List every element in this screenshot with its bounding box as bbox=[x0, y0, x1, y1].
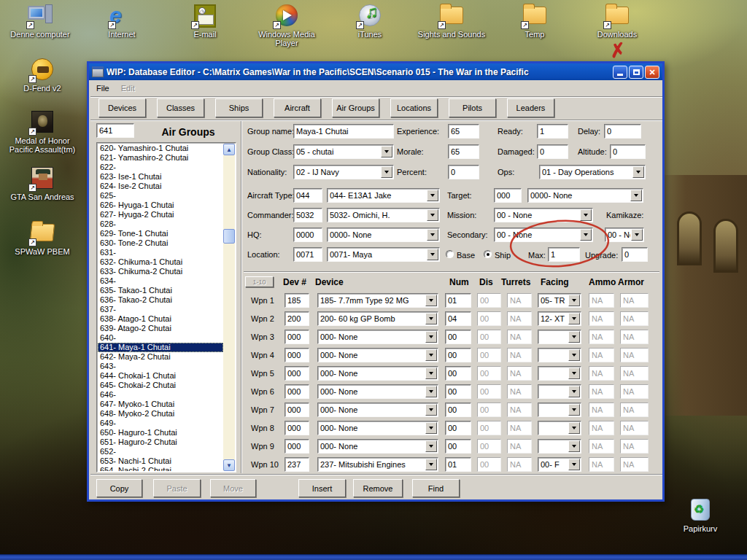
wpn-device-select[interactable]: 000- None bbox=[317, 402, 438, 417]
dropdown-arrow-icon[interactable] bbox=[568, 331, 580, 343]
wpn-num-input[interactable]: 01 bbox=[445, 293, 471, 308]
tab-leaders[interactable]: Leaders bbox=[507, 98, 554, 117]
list-item[interactable]: 629- Tone-1 Chutai bbox=[98, 229, 223, 238]
desktop-icon-temp[interactable]: ↗ Temp bbox=[497, 4, 573, 39]
secondary-select[interactable]: 00 - None bbox=[494, 228, 593, 242]
list-item[interactable]: 640- bbox=[98, 333, 223, 343]
wpn-facing-select[interactable] bbox=[538, 384, 581, 399]
desktop-icon-d-fend-v2[interactable]: ↗ D-Fend v2 bbox=[2, 58, 82, 93]
wpn-num-input[interactable]: 00 bbox=[445, 348, 471, 362]
list-item[interactable]: 637- bbox=[98, 305, 223, 314]
list-item[interactable]: 630- Tone-2 Chutai bbox=[98, 238, 223, 248]
list-item[interactable]: 635- Takao-1 Chutai bbox=[98, 286, 223, 295]
group-name-input[interactable]: Maya-1 Chutai bbox=[293, 124, 394, 139]
scroll-up-icon[interactable]: ▲ bbox=[223, 144, 235, 155]
desktop-icon-moh-pacific-assault[interactable]: ↗ Medal of Honor Pacific Assault(tm) bbox=[2, 111, 82, 154]
list-item[interactable]: 643- bbox=[98, 362, 223, 371]
percent-input[interactable]: 0 bbox=[448, 165, 479, 179]
commander-select[interactable]: 5032- Omichi, H. bbox=[327, 208, 440, 222]
list-item[interactable]: 632- Chikuma-1 Chutai bbox=[98, 257, 223, 267]
ready-input[interactable]: 1 bbox=[537, 124, 568, 139]
list-item[interactable]: 636- Takao-2 Chutai bbox=[98, 295, 223, 305]
wpn-device-select[interactable]: 000- None bbox=[317, 366, 438, 381]
wpn-num-input[interactable]: 00 bbox=[445, 402, 471, 417]
copy-button[interactable]: Copy bbox=[96, 479, 142, 497]
desktop-icon-downloads[interactable]: ↗ Downloads bbox=[579, 4, 655, 39]
max-input[interactable]: 1 bbox=[548, 247, 580, 262]
dropdown-arrow-icon[interactable] bbox=[427, 190, 438, 201]
dropdown-arrow-icon[interactable] bbox=[425, 295, 437, 306]
wpn-num-input[interactable]: 00 bbox=[445, 330, 471, 344]
desktop-icon-itunes[interactable]: ♫↗ iTunes bbox=[332, 4, 408, 39]
dropdown-arrow-icon[interactable] bbox=[568, 459, 580, 470]
list-item[interactable]: 644- Chokai-1 Chutai bbox=[98, 371, 223, 381]
wpn-facing-select[interactable] bbox=[538, 348, 581, 362]
list-item[interactable]: 633- Chikuma-2 Chutai bbox=[98, 267, 223, 276]
list-item[interactable]: 624- Ise-2 Chutai bbox=[98, 182, 223, 191]
aircraft-type-code-input[interactable]: 044 bbox=[293, 188, 322, 203]
taskbar[interactable] bbox=[0, 554, 747, 560]
wpn-facing-select[interactable] bbox=[538, 421, 581, 435]
wpn-num-input[interactable]: 00 bbox=[445, 439, 471, 454]
list-item[interactable]: 647- Myoko-1 Chutai bbox=[98, 400, 223, 409]
find-button[interactable]: Find bbox=[412, 479, 460, 497]
dropdown-arrow-icon[interactable] bbox=[425, 349, 437, 361]
dropdown-arrow-icon[interactable] bbox=[425, 331, 437, 343]
wpn-facing-select[interactable]: 12- XT bbox=[538, 311, 581, 326]
wpn-facing-select[interactable] bbox=[538, 366, 581, 381]
altitude-input[interactable]: 0 bbox=[610, 144, 646, 159]
list-item[interactable]: 653- Nachi-1 Chutai bbox=[98, 456, 223, 466]
desktop-icon-internet[interactable]: e↗ Internet bbox=[84, 4, 160, 39]
scroll-down-icon[interactable]: ▼ bbox=[223, 459, 235, 471]
list-item[interactable]: 634- bbox=[98, 276, 223, 286]
list-item[interactable]: 622- bbox=[98, 163, 223, 172]
dropdown-arrow-icon[interactable] bbox=[631, 229, 643, 241]
base-radio[interactable] bbox=[446, 250, 454, 258]
wpn-dev-input[interactable]: 200 bbox=[285, 311, 309, 326]
wpn-num-input[interactable]: 01 bbox=[445, 457, 471, 472]
wpn-num-input[interactable]: 00 bbox=[445, 421, 471, 435]
wpn-device-select[interactable]: 237- Mitsubishi Engines bbox=[317, 457, 438, 472]
wpn-dev-input[interactable]: 000 bbox=[285, 439, 309, 454]
desktop-icon-spwaw-pbem[interactable]: ↗ SPWaW PBEM bbox=[2, 222, 82, 256]
location-code-input[interactable]: 0071 bbox=[293, 247, 322, 262]
list-item[interactable]: 638- Atago-1 Chutai bbox=[98, 314, 223, 324]
experience-input[interactable]: 65 bbox=[448, 124, 479, 139]
dropdown-arrow-icon[interactable] bbox=[425, 368, 437, 379]
wpn-device-select[interactable]: 000- None bbox=[317, 348, 438, 362]
list-item[interactable]: 642- Maya-2 Chutai bbox=[98, 352, 223, 362]
wpn-device-select[interactable]: 000- None bbox=[317, 330, 438, 344]
record-number-input[interactable]: 641 bbox=[96, 123, 134, 138]
list-item[interactable]: 649- bbox=[98, 419, 223, 428]
list-item[interactable]: 646- bbox=[98, 390, 223, 400]
list-item[interactable]: 626- Hyuga-1 Chutai bbox=[98, 201, 223, 210]
scrollbar-thumb[interactable] bbox=[223, 229, 235, 244]
tab-aircraft[interactable]: Aircraft bbox=[274, 98, 321, 117]
wpn-num-input[interactable]: 04 bbox=[445, 311, 471, 326]
dropdown-arrow-icon[interactable] bbox=[425, 459, 437, 470]
ops-select[interactable]: 01 - Day Operations bbox=[539, 165, 646, 179]
aircraft-type-select[interactable]: 044- E13A1 Jake bbox=[327, 188, 440, 203]
dropdown-arrow-icon[interactable] bbox=[568, 313, 580, 324]
dropdown-arrow-icon[interactable] bbox=[425, 313, 437, 324]
list-item[interactable]: 651- Haguro-2 Chutai bbox=[98, 438, 223, 447]
list-item[interactable]: 639- Atago-2 Chutai bbox=[98, 324, 223, 333]
dropdown-arrow-icon[interactable] bbox=[568, 368, 580, 379]
desktop-icon-gta-san-andreas[interactable]: ↗ GTA San Andreas bbox=[2, 167, 82, 201]
location-select[interactable]: 0071- Maya bbox=[327, 247, 440, 262]
desktop-icon-my-computer[interactable]: ↗ Denne computer bbox=[2, 4, 78, 39]
dropdown-arrow-icon[interactable] bbox=[568, 295, 580, 306]
dropdown-arrow-icon[interactable] bbox=[425, 404, 437, 416]
dropdown-arrow-icon[interactable] bbox=[580, 209, 592, 221]
wpn-device-select[interactable]: 000- None bbox=[317, 384, 438, 399]
wpn-facing-select[interactable] bbox=[538, 402, 581, 417]
list-item[interactable]: 641- Maya-1 Chutai bbox=[98, 343, 223, 352]
kamikaze-select[interactable]: 00 - No bbox=[605, 228, 644, 242]
list-item[interactable]: 625- bbox=[98, 191, 223, 201]
desktop-icon-sights-and-sounds[interactable]: ↗ Sights and Sounds bbox=[414, 4, 489, 39]
dropdown-arrow-icon[interactable] bbox=[427, 249, 438, 260]
air-groups-listbox[interactable]: 620- Yamashiro-1 Chutai621- Yamashiro-2 … bbox=[96, 142, 236, 472]
list-item[interactable]: 648- Myoko-2 Chutai bbox=[98, 409, 223, 419]
tab-ships[interactable]: Ships bbox=[215, 98, 263, 117]
wpn-dev-input[interactable]: 000 bbox=[285, 348, 309, 362]
